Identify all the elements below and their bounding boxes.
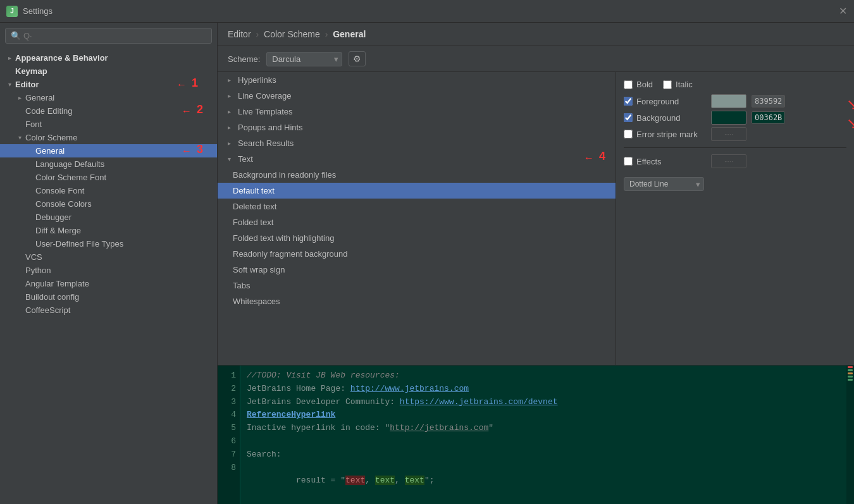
sidebar-item-editor-wrap: Editor 1 ← [0, 78, 217, 91]
li-label-search-results: Search Results [238, 138, 294, 148]
list-item-line-coverage[interactable]: ▸ Line Coverage [218, 88, 616, 104]
list-item-popups[interactable]: ▸ Popups and Hints [218, 120, 616, 135]
effects-checkbox[interactable] [624, 157, 633, 166]
gear-button[interactable]: ⚙ [349, 51, 366, 66]
sidebar-item-appearance[interactable]: Appearance & Behavior [0, 51, 217, 65]
scroll-indicator[interactable] [846, 366, 854, 504]
sidebar-item-diff-merge[interactable]: Diff & Merge [0, 224, 217, 237]
arrow-annotation-1: ← [176, 79, 187, 90]
preview-line-2: JetBrains Home Page: http://www.jetbrain… [247, 383, 840, 396]
list-item-live-templates[interactable]: ▸ Live Templates [218, 104, 616, 120]
background-hex: 00362B [752, 111, 785, 124]
arrow-bg: ↙ [846, 114, 854, 132]
foreground-checkbox[interactable] [624, 97, 633, 106]
list-item-deleted-text[interactable]: Deleted text [218, 199, 616, 214]
list-item-text-wrap: ▾ Text 4 ← [218, 151, 616, 167]
sidebar-label-general: General [25, 93, 54, 102]
li-label-text: Text [238, 154, 253, 164]
line-numbers: 1 2 3 4 5 6 7 8 [218, 366, 240, 504]
line-num-1: 1 [223, 369, 236, 383]
sidebar-label-python: Python [25, 266, 51, 275]
sidebar-label-diff-merge: Diff & Merge [35, 226, 81, 235]
li-label-readonly-fragment: Readonly fragment background [233, 249, 347, 259]
line-num-8: 8 [223, 462, 236, 475]
li-label-popups: Popups and Hints [238, 123, 303, 132]
list-item-search-results[interactable]: ▸ Search Results [218, 135, 616, 151]
error-stripe-checkbox[interactable] [624, 130, 633, 138]
sidebar-item-user-defined[interactable]: User-Defined File Types [0, 237, 217, 250]
search-box[interactable]: 🔍 [5, 28, 212, 44]
effects-type-dropdown[interactable]: Dotted Line Underscored Bold Underscored… [624, 177, 704, 191]
preview-line-7: Search: [247, 448, 840, 462]
error-stripe-swatch[interactable] [711, 127, 746, 141]
expand-arrow-editor [5, 80, 14, 89]
preview-result-3: text [405, 476, 424, 485]
list-item-soft-wrap[interactable]: Soft wrap sign [218, 262, 616, 278]
preview-link-2: http://www.jetbrains.com [350, 384, 469, 393]
list-item-readonly-fragment[interactable]: Readonly fragment background [218, 246, 616, 262]
list-item-tabs[interactable]: Tabs [218, 278, 616, 293]
title-bar: J Settings ✕ [0, 0, 854, 23]
sidebar-label-keymap: Keymap [15, 66, 47, 76]
effects-label: Effects [636, 157, 662, 166]
preview-line-1: //TODO: Visit JB Web resources: [247, 369, 840, 383]
preview-comment: //TODO: Visit JB Web resources: [247, 371, 400, 380]
search-input[interactable] [23, 31, 206, 40]
annotation-1: 1 [192, 77, 198, 90]
sidebar-item-python[interactable]: Python [0, 264, 217, 277]
error-stripe-checkbox-label[interactable]: Error stripe mark [624, 130, 706, 139]
italic-checkbox[interactable] [663, 80, 672, 89]
expand-arrow-general [15, 94, 24, 102]
breadcrumb-part-2: Color Scheme [264, 29, 320, 39]
sidebar-item-font[interactable]: Font [0, 118, 217, 131]
expand-arrow-appearance [5, 54, 14, 63]
sidebar-item-language-defaults[interactable]: Language Defaults [0, 157, 217, 171]
bold-checkbox[interactable] [624, 80, 633, 89]
options-panel: Bold Italic Foreground 839592 [616, 72, 854, 365]
list-item-hyperlinks[interactable]: ▸ Hyperlinks [218, 72, 616, 88]
expand-arrow-color-scheme [15, 133, 24, 142]
li-label-default-text: Default text [233, 186, 275, 195]
sidebar-item-coffeescript[interactable]: CoffeeScript [0, 304, 217, 317]
sidebar-item-buildout[interactable]: Buildout config [0, 290, 217, 304]
list-item-folded-text[interactable]: Folded text [218, 214, 616, 230]
background-color-swatch[interactable] [711, 111, 746, 125]
bold-checkbox-label[interactable]: Bold [624, 80, 653, 89]
foreground-color-swatch[interactable] [711, 94, 746, 108]
sidebar-label-language-defaults: Language Defaults [35, 159, 104, 169]
effects-checkbox-label[interactable]: Effects [624, 157, 706, 166]
preview-line-4: ReferenceHyperlink [247, 409, 840, 422]
close-button[interactable]: ✕ [838, 6, 848, 16]
background-checkbox-label[interactable]: Background [624, 113, 706, 123]
italic-checkbox-label[interactable]: Italic [663, 80, 693, 89]
sidebar-item-keymap[interactable]: Keymap [0, 65, 217, 78]
scheme-dropdown[interactable]: Darcula Default High contrast [266, 52, 342, 66]
sidebar-item-debugger[interactable]: Debugger [0, 211, 217, 224]
list-item-text[interactable]: ▾ Text [218, 151, 616, 167]
sidebar-item-angular[interactable]: Angular Template [0, 277, 217, 290]
sidebar-item-console-colors[interactable]: Console Colors [0, 197, 217, 211]
sidebar-item-color-scheme[interactable]: Color Scheme [0, 131, 217, 144]
effects-type-row: Dotted Line Underscored Bold Underscored… [624, 175, 846, 191]
middle-list: ▸ Hyperlinks ▸ Line Coverage ▸ Live Temp… [218, 72, 616, 365]
background-checkbox[interactable] [624, 113, 633, 122]
foreground-checkbox-label[interactable]: Foreground [624, 97, 706, 106]
foreground-row: Foreground 839592 代码字体颜色 ↙ [624, 93, 846, 109]
sidebar-label-editor: Editor [15, 80, 39, 89]
line-num-7: 7 [223, 448, 236, 462]
preview-line-8: result = "text, text, text"; [247, 462, 840, 501]
sidebar-item-console-font[interactable]: Console Font [0, 184, 217, 197]
sidebar-item-vcs[interactable]: VCS [0, 250, 217, 264]
sidebar-label-font: Font [25, 120, 42, 129]
bold-label: Bold [636, 80, 653, 89]
list-item-whitespaces[interactable]: Whitespaces [218, 293, 616, 309]
list-item-folded-text-hl[interactable]: Folded text with highlighting [218, 230, 616, 246]
sidebar: 🔍 Appearance & Behavior Keymap Editor 1 [0, 23, 218, 504]
effects-color-swatch[interactable] [711, 154, 746, 168]
list-item-default-text[interactable]: Default text [218, 183, 616, 199]
arrow-3: ← [182, 145, 192, 157]
sidebar-item-general[interactable]: General [0, 91, 217, 104]
list-item-bg-readonly[interactable]: Background in readonly files [218, 167, 616, 183]
preview-result-2: text [375, 476, 395, 485]
sidebar-item-color-scheme-font[interactable]: Color Scheme Font [0, 171, 217, 184]
